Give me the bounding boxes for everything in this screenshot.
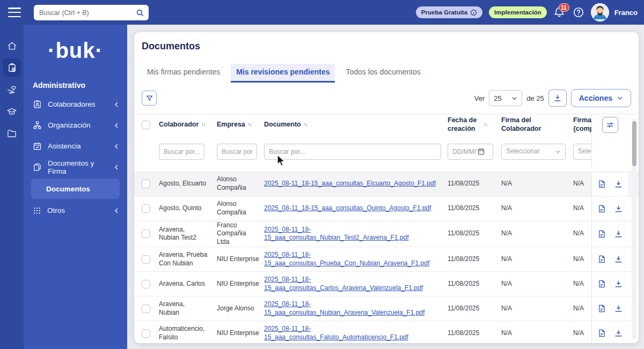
column-settings-button[interactable] [602,117,618,133]
row-checkbox[interactable] [142,204,150,213]
benefits-hand-heart-icon[interactable] [3,80,21,99]
table-row[interactable]: Agosto, Quinto Alonso Compañia 2025_08-1… [134,197,639,221]
table-row[interactable]: Aravena, Nubian Test2 Franco Compañia Lt… [134,221,639,247]
filter-fecha-input[interactable] [448,144,493,160]
view-document-icon[interactable] [597,204,606,213]
row-checkbox[interactable] [142,255,150,264]
filter-firma-colaborador-select[interactable]: Seleccionar [501,144,566,160]
search-input[interactable] [39,9,136,17]
sort-icon[interactable]: ↑↓ [484,122,487,128]
row-checkbox[interactable] [142,229,150,238]
cell-firma-compania: N/A [573,180,591,188]
sidebar-item-colaboradores[interactable]: Colaboradores [24,94,127,115]
document-link[interactable]: 2025_08-11_18- 15_aaa_consultas_Nubian_A… [264,300,425,316]
cell-firma-colaborador: N/A [501,305,573,313]
tab-mis-firmas-pendientes[interactable]: Mis firmas pendientes [142,64,225,83]
row-checkbox[interactable] [142,329,150,338]
tab-mis-revisiones-pendientes[interactable]: Mis revisiones pendientes [231,64,335,83]
cell-firma-compania: N/A [573,305,591,313]
cell-colaborador: Aravena, Prueba Con Nubián [159,251,217,268]
view-document-icon[interactable] [597,329,606,338]
sidebar-item-asistencia[interactable]: Asistencia [24,136,127,157]
sidebar-item-otros[interactable]: Otros [24,200,127,221]
sort-icon[interactable]: ↑↓ [201,122,205,128]
document-link[interactable]: 2025_08-11_18-15_aaa_consultas_Quinto_Ag… [264,204,431,212]
search-icon[interactable] [136,9,144,17]
download-document-icon[interactable] [614,180,623,189]
document-link[interactable]: 2025_08-11_18- 15_aaa_consultas_Falsito_… [264,325,408,341]
download-document-icon[interactable] [614,329,623,338]
table-row[interactable]: Aravena, Nubian Jorge Alonso 2025_08-11_… [134,296,639,321]
cell-firma-colaborador: N/A [501,180,573,188]
sidebar-subitem-documentos[interactable]: Documentos [31,179,120,199]
view-document-icon[interactable] [597,229,606,239]
notifications-bell[interactable]: 11 [553,5,566,19]
tasks-clipboard-icon[interactable] [3,58,21,77]
cell-firma-compania: N/A [573,229,591,238]
row-checkbox[interactable] [142,280,150,288]
filter-documento-input[interactable] [264,144,441,160]
document-link[interactable]: 2025_08-11_18-15_aaa_consultas_Elcuarto_… [264,180,436,187]
grid-dots-icon [33,206,41,215]
column-header-empresa[interactable]: Empresa↑↓ [217,121,264,129]
tab-todos-los-documentos[interactable]: Todos los documentos [340,64,426,83]
table-header-row: Colaborador↑↓ Empresa↑↓ Documento↑↓ Fech… [134,114,639,135]
home-icon[interactable] [3,36,21,55]
view-document-icon[interactable] [597,304,606,313]
column-header-fecha[interactable]: Fecha de creación↑↓ [448,116,501,133]
document-link[interactable]: 2025_08-11_18- 15_aaa_consultas_Prueba_C… [264,251,429,267]
cell-empresa: Alonso Compañia [217,175,264,192]
view-document-icon[interactable] [597,255,606,264]
document-link[interactable]: 2025_08-11_18- 15_aaa_consultas_Nubian_T… [264,226,409,242]
filter-colaborador-input[interactable] [159,144,204,160]
view-document-icon[interactable] [597,279,606,288]
trial-badge[interactable]: Prueba Gratuita [416,6,482,18]
table-row[interactable]: Aravena, Carlos NIU Enterprise 2025_08-1… [134,272,639,296]
filter-button[interactable] [142,91,157,106]
cell-empresa: NIU Enterprise [217,280,264,288]
acciones-button[interactable]: Acciones [571,89,631,107]
sidebar-item-documentos-y-firma[interactable]: Documentos y Firma [24,157,127,177]
pinned-column-header [591,114,628,135]
page-size-select[interactable]: 25 [489,90,522,106]
row-checkbox[interactable] [142,180,150,188]
cell-firma-colaborador: N/A [501,280,573,288]
view-document-icon[interactable] [597,180,606,189]
column-header-firma-colaborador[interactable]: Firma del Colaborador [501,116,573,133]
hamburger-menu-icon[interactable] [8,8,21,17]
cell-empresa: Alonso Compañia [217,200,264,217]
implementation-badge[interactable]: Implementación [489,6,547,18]
global-search[interactable] [34,5,149,20]
download-document-icon[interactable] [614,229,623,239]
column-header-documento[interactable]: Documento↑↓ [264,121,448,129]
download-document-icon[interactable] [614,304,623,313]
user-name[interactable]: Franco [614,9,638,17]
avatar[interactable] [591,3,609,21]
documents-table: Colaborador↑↓ Empresa↑↓ Documento↑↓ Fech… [134,114,639,343]
download-document-icon[interactable] [614,255,623,264]
sidebar-item-organizacion[interactable]: Organización [24,115,127,136]
table-row[interactable]: Agosto, Elcuarto Alonso Compañia 2025_08… [134,172,639,197]
cell-fecha: 11/08/2025 [448,180,501,188]
column-header-colaborador[interactable]: Colaborador↑↓ [159,121,217,129]
select-all-checkbox[interactable] [142,121,150,129]
download-document-icon[interactable] [614,279,623,288]
sort-icon[interactable]: ↑↓ [304,122,308,128]
calendar-icon[interactable] [477,139,485,165]
scrollbar-thumb[interactable] [632,121,636,166]
table-row[interactable]: Aravena, Prueba Con Nubián NIU Enterpris… [134,247,639,272]
vertical-scrollbar[interactable] [632,119,636,340]
filter-firma-compania-select[interactable]: Seleccionar [573,144,591,160]
download-document-icon[interactable] [614,204,623,213]
help-icon[interactable] [573,6,584,18]
row-checkbox[interactable] [142,305,150,313]
export-download-button[interactable] [548,90,567,107]
total-count-label: de 25 [526,94,544,102]
training-graduation-icon[interactable] [3,102,21,121]
table-row[interactable]: Automaticencio, Falsito NIU Enterprise 2… [134,321,639,343]
column-header-firma-compania[interactable]: Firma {comp [573,116,591,133]
sort-icon[interactable]: ↑↓ [248,122,252,128]
files-folder-icon[interactable] [3,124,21,143]
document-link[interactable]: 2025_08-11_18- 15_aaa_consultas_Carlos_A… [264,276,423,292]
filter-empresa-input[interactable] [217,144,257,160]
